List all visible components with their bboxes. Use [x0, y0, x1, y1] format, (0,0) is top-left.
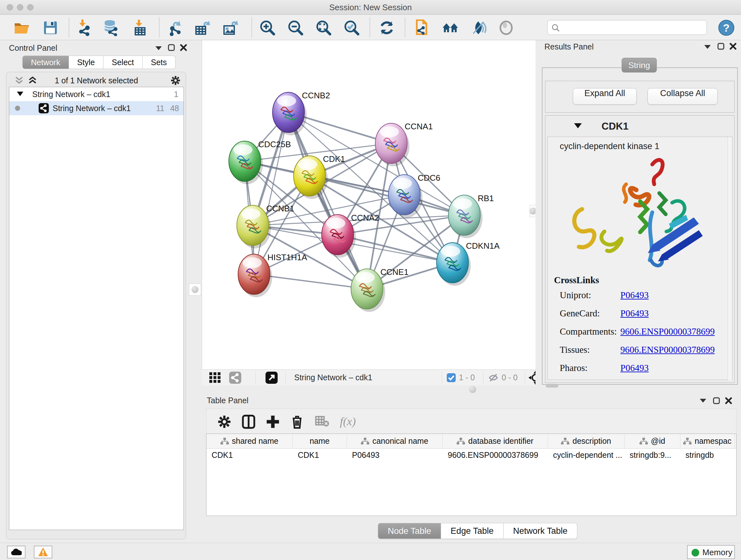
tab-network[interactable]: Network: [22, 56, 69, 69]
cloud-button[interactable]: [7, 546, 25, 558]
tab-select[interactable]: Select: [104, 56, 142, 69]
tab-string[interactable]: String: [622, 58, 657, 72]
collapse-panel-icon[interactable]: [155, 46, 162, 51]
close-panel-icon[interactable]: [730, 43, 737, 50]
zoom-out-icon[interactable]: [287, 19, 304, 36]
node-CCNB1[interactable]: CCNB1: [237, 204, 294, 248]
homes-icon[interactable]: [442, 19, 459, 36]
network-collection-row[interactable]: String Network – cdk1 1: [9, 87, 184, 101]
left-splitter[interactable]: [189, 40, 202, 385]
open-session-icon[interactable]: [13, 19, 30, 36]
file-network-icon[interactable]: [414, 19, 430, 36]
delete-column-icon[interactable]: [290, 415, 304, 429]
import-table-icon[interactable]: [131, 19, 148, 36]
table-gear-icon[interactable]: [217, 415, 231, 429]
export-table-icon[interactable]: [194, 19, 211, 36]
crosslink-link[interactable]: P06493: [620, 308, 649, 319]
table-cell[interactable]: CDK1: [293, 449, 347, 462]
node-CDKN1A[interactable]: CDKN1A: [436, 241, 500, 286]
tab-edge-table[interactable]: Edge Table: [441, 523, 503, 539]
node-CCNA2[interactable]: CCNA2: [322, 213, 379, 258]
expand-all-button[interactable]: Expand All: [573, 88, 636, 105]
section-expander-icon[interactable]: [574, 123, 582, 128]
help-icon[interactable]: ?: [718, 19, 735, 36]
crosslink-link[interactable]: 9606.ENSP00000378699: [620, 345, 715, 355]
tree-expander-icon[interactable]: [17, 91, 23, 96]
refresh-icon[interactable]: [379, 19, 395, 36]
tab-style[interactable]: Style: [69, 56, 104, 69]
column-header-canonical-name[interactable]: canonical name: [347, 434, 443, 448]
column-header-shared-name[interactable]: shared name: [206, 434, 293, 448]
float-panel-icon[interactable]: [168, 44, 175, 51]
node-CCNA1[interactable]: CCNA1: [375, 122, 433, 166]
node-label-CCNB1: CCNB1: [266, 204, 294, 213]
crosslink-link[interactable]: P06493: [620, 363, 649, 373]
memory-button[interactable]: Memory: [687, 545, 735, 559]
splitter-dot[interactable]: [469, 386, 476, 393]
table-row[interactable]: CDK1CDK1P064939606.ENSP00000378699cyclin…: [206, 449, 736, 462]
results-hscroll-thumb[interactable]: [546, 384, 558, 388]
warning-button[interactable]: [34, 546, 52, 558]
table-cell[interactable]: stringdb: [680, 449, 735, 462]
function-builder-icon[interactable]: f(x): [340, 415, 356, 428]
tab-sets[interactable]: Sets: [143, 56, 176, 69]
crosslink-link[interactable]: 9606.ENSP00000378699: [620, 326, 715, 337]
zoom-in-icon[interactable]: [259, 19, 276, 36]
selected-checkbox-icon[interactable]: [447, 373, 456, 382]
column-header-namespac[interactable]: namespac: [680, 434, 735, 448]
titlebar: Session: New Session: [0, 0, 741, 15]
tab-network-table[interactable]: Network Table: [503, 523, 578, 539]
edge-CCNB2-HIST1H1A[interactable]: [254, 112, 288, 274]
string-view-icon[interactable]: [229, 372, 241, 384]
table-cell[interactable]: 9606.ENSP00000378699: [443, 449, 548, 462]
close-panel-icon[interactable]: [725, 397, 732, 404]
splitter-handle[interactable]: [189, 284, 201, 296]
node-CCNE1[interactable]: CCNE1: [351, 267, 408, 312]
column-header-database-identifier[interactable]: database identifier: [443, 434, 548, 448]
close-panel-icon[interactable]: [180, 44, 187, 51]
zoom-fit-icon[interactable]: [315, 19, 332, 36]
export-network-icon[interactable]: [166, 19, 183, 36]
edge-CCNB2-CCNE1[interactable]: [288, 112, 367, 289]
collapse-panel-icon[interactable]: [704, 45, 711, 49]
edge-count: 48: [170, 104, 179, 113]
float-panel-icon[interactable]: [713, 397, 720, 404]
export-image-icon[interactable]: [222, 19, 239, 36]
collapse-panel-icon[interactable]: [699, 398, 706, 403]
save-session-icon[interactable]: [42, 19, 59, 36]
import-network-icon[interactable]: [77, 19, 93, 36]
float-panel-icon[interactable]: [718, 43, 724, 50]
node-RB1[interactable]: RB1: [448, 193, 494, 238]
protein-section-header[interactable]: CDK1: [545, 116, 734, 137]
results-scrollbar[interactable]: [728, 137, 732, 380]
table-cell[interactable]: P06493: [347, 449, 443, 462]
network-view-title: String Network – cdk1: [294, 373, 373, 382]
node-HIST1H1A[interactable]: HIST1H1A: [238, 253, 307, 297]
protein-section: CDK1 cyclin-dependent kinase 1: [545, 115, 735, 383]
crosslink-link[interactable]: P06493: [620, 290, 649, 300]
hide-unhide-icon[interactable]: [470, 19, 487, 36]
table-cell[interactable]: cyclin-dependent ...: [548, 449, 624, 462]
network-row-selected[interactable]: String Network – cdk1 11 48: [9, 101, 184, 115]
collapse-all-button[interactable]: Collapse All: [648, 88, 718, 105]
network-canvas[interactable]: CCNB2CCNA1CDC25BCDK1CDC6RB1CCNB1CCNA2CDK…: [202, 40, 536, 369]
toggle-eye-icon[interactable]: [498, 19, 515, 36]
table-cell[interactable]: stringdb:9...: [624, 449, 680, 462]
show-columns-icon[interactable]: [242, 415, 256, 429]
node-CDC6[interactable]: CDC6: [388, 173, 441, 218]
search-input[interactable]: [562, 22, 703, 33]
tab-node-table[interactable]: Node Table: [378, 523, 441, 539]
open-in-window-icon[interactable]: [266, 372, 278, 384]
import-database-icon[interactable]: [103, 19, 119, 36]
node-CCNB2[interactable]: CCNB2: [273, 91, 330, 135]
right-splitter-handle[interactable]: [530, 205, 536, 217]
gear-icon[interactable]: [171, 75, 181, 85]
create-column-icon[interactable]: [266, 415, 280, 429]
grid-view-icon[interactable]: [209, 372, 221, 383]
table-cell[interactable]: CDK1: [206, 449, 293, 462]
zoom-selected-icon[interactable]: [343, 19, 360, 36]
column-header--id[interactable]: @id: [624, 434, 680, 448]
delete-table-icon[interactable]: [315, 415, 329, 428]
column-header-description[interactable]: description: [548, 434, 624, 448]
column-header-name[interactable]: name: [293, 434, 347, 448]
